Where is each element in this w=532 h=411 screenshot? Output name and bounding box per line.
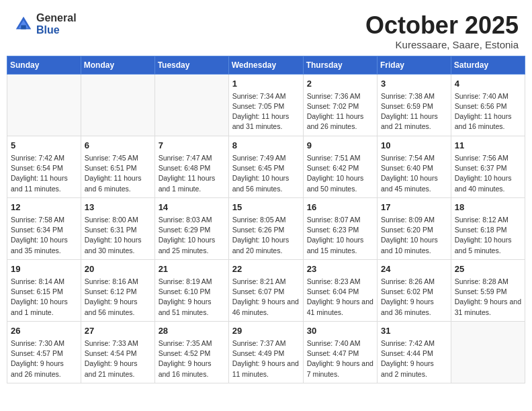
day-number: 15 [232, 201, 300, 214]
day-info: Sunrise: 8:21 AM Sunset: 6:07 PM Dayligh… [232, 277, 300, 318]
weekday-header: Thursday [303, 56, 377, 74]
day-info: Sunrise: 7:33 AM Sunset: 4:54 PM Dayligh… [85, 338, 151, 379]
day-info: Sunrise: 8:12 AM Sunset: 6:18 PM Dayligh… [455, 215, 521, 256]
calendar-day-cell: 4Sunrise: 7:40 AM Sunset: 6:56 PM Daylig… [451, 74, 525, 136]
calendar-day-cell: 22Sunrise: 8:21 AM Sunset: 6:07 PM Dayli… [228, 259, 303, 321]
logo-general-text: General [36, 12, 77, 24]
day-number: 30 [307, 325, 373, 337]
calendar-day-cell: 26Sunrise: 7:30 AM Sunset: 4:57 PM Dayli… [7, 321, 81, 383]
day-number: 21 [159, 263, 225, 275]
day-info: Sunrise: 7:34 AM Sunset: 7:05 PM Dayligh… [232, 91, 300, 132]
day-number: 24 [381, 263, 447, 275]
day-number: 19 [11, 263, 77, 275]
calendar-day-cell: 19Sunrise: 8:14 AM Sunset: 6:15 PM Dayli… [7, 259, 81, 321]
day-info: Sunrise: 7:47 AM Sunset: 6:48 PM Dayligh… [159, 153, 225, 194]
calendar-day-cell: 20Sunrise: 8:16 AM Sunset: 6:12 PM Dayli… [81, 259, 154, 321]
day-info: Sunrise: 8:28 AM Sunset: 5:59 PM Dayligh… [455, 277, 521, 318]
calendar-day-cell: 8Sunrise: 7:49 AM Sunset: 6:45 PM Daylig… [228, 136, 303, 197]
calendar-week-row: 1Sunrise: 7:34 AM Sunset: 7:05 PM Daylig… [7, 74, 525, 136]
calendar-day-cell [451, 321, 525, 383]
calendar-day-cell: 15Sunrise: 8:05 AM Sunset: 6:26 PM Dayli… [228, 197, 303, 259]
calendar-day-cell: 9Sunrise: 7:51 AM Sunset: 6:42 PM Daylig… [303, 136, 377, 197]
day-info: Sunrise: 8:23 AM Sunset: 6:04 PM Dayligh… [307, 277, 373, 318]
calendar-day-cell: 14Sunrise: 8:03 AM Sunset: 6:29 PM Dayli… [154, 197, 228, 259]
calendar-day-cell: 21Sunrise: 8:19 AM Sunset: 6:10 PM Dayli… [154, 259, 228, 321]
weekday-header: Wednesday [228, 56, 303, 74]
day-info: Sunrise: 7:58 AM Sunset: 6:34 PM Dayligh… [11, 215, 77, 256]
weekday-header: Sunday [7, 56, 81, 74]
day-number: 26 [11, 325, 77, 337]
day-number: 8 [232, 140, 300, 152]
weekday-header: Friday [378, 56, 451, 74]
day-number: 10 [381, 140, 447, 152]
day-number: 12 [11, 201, 77, 214]
day-info: Sunrise: 7:38 AM Sunset: 6:59 PM Dayligh… [381, 91, 447, 132]
calendar-day-cell: 24Sunrise: 8:26 AM Sunset: 6:02 PM Dayli… [378, 259, 451, 321]
calendar-day-cell: 27Sunrise: 7:33 AM Sunset: 4:54 PM Dayli… [81, 321, 154, 383]
day-info: Sunrise: 8:14 AM Sunset: 6:15 PM Dayligh… [11, 277, 77, 318]
calendar-day-cell: 6Sunrise: 7:45 AM Sunset: 6:51 PM Daylig… [81, 136, 154, 197]
calendar-week-row: 19Sunrise: 8:14 AM Sunset: 6:15 PM Dayli… [7, 259, 525, 321]
day-info: Sunrise: 7:51 AM Sunset: 6:42 PM Dayligh… [307, 153, 373, 194]
day-info: Sunrise: 7:35 AM Sunset: 4:52 PM Dayligh… [159, 338, 225, 379]
title-block: October 2025 Kuressaare, Saare, Estonia [365, 12, 519, 50]
calendar-header-row: SundayMondayTuesdayWednesdayThursdayFrid… [7, 56, 525, 74]
calendar-day-cell: 25Sunrise: 8:28 AM Sunset: 5:59 PM Dayli… [451, 259, 525, 321]
calendar-day-cell: 31Sunrise: 7:42 AM Sunset: 4:44 PM Dayli… [378, 321, 451, 383]
day-number: 9 [307, 140, 373, 152]
day-info: Sunrise: 8:16 AM Sunset: 6:12 PM Dayligh… [85, 277, 151, 318]
calendar-week-row: 26Sunrise: 7:30 AM Sunset: 4:57 PM Dayli… [7, 321, 525, 383]
day-info: Sunrise: 7:37 AM Sunset: 4:49 PM Dayligh… [232, 338, 300, 379]
location: Kuressaare, Saare, Estonia [365, 39, 519, 50]
calendar-day-cell: 28Sunrise: 7:35 AM Sunset: 4:52 PM Dayli… [154, 321, 228, 383]
calendar-day-cell: 7Sunrise: 7:47 AM Sunset: 6:48 PM Daylig… [154, 136, 228, 197]
day-info: Sunrise: 7:42 AM Sunset: 4:44 PM Dayligh… [381, 338, 447, 379]
weekday-header: Saturday [451, 56, 525, 74]
day-number: 6 [85, 140, 151, 152]
day-info: Sunrise: 7:40 AM Sunset: 4:47 PM Dayligh… [307, 338, 373, 379]
calendar-day-cell: 30Sunrise: 7:40 AM Sunset: 4:47 PM Dayli… [303, 321, 377, 383]
day-info: Sunrise: 8:05 AM Sunset: 6:26 PM Dayligh… [232, 215, 300, 256]
day-info: Sunrise: 7:49 AM Sunset: 6:45 PM Dayligh… [232, 153, 300, 194]
calendar-day-cell: 16Sunrise: 8:07 AM Sunset: 6:23 PM Dayli… [303, 197, 377, 259]
day-number: 16 [307, 201, 373, 214]
day-number: 29 [232, 325, 300, 337]
svg-rect-2 [21, 25, 26, 29]
day-info: Sunrise: 7:36 AM Sunset: 7:02 PM Dayligh… [307, 91, 373, 132]
day-number: 31 [381, 325, 447, 337]
page-header: General Blue October 2025 Kuressaare, Sa… [7, 7, 525, 50]
day-info: Sunrise: 7:40 AM Sunset: 6:56 PM Dayligh… [455, 91, 521, 132]
day-info: Sunrise: 7:56 AM Sunset: 6:37 PM Dayligh… [455, 153, 521, 194]
month-title: October 2025 [365, 12, 519, 39]
day-number: 2 [307, 78, 373, 90]
day-info: Sunrise: 8:09 AM Sunset: 6:20 PM Dayligh… [381, 215, 447, 256]
logo-text: General Blue [36, 12, 77, 36]
day-number: 5 [11, 140, 77, 152]
calendar-day-cell: 12Sunrise: 7:58 AM Sunset: 6:34 PM Dayli… [7, 197, 81, 259]
calendar-day-cell: 5Sunrise: 7:42 AM Sunset: 6:54 PM Daylig… [7, 136, 81, 197]
calendar-day-cell: 11Sunrise: 7:56 AM Sunset: 6:37 PM Dayli… [451, 136, 525, 197]
day-number: 14 [159, 201, 225, 214]
calendar-day-cell: 1Sunrise: 7:34 AM Sunset: 7:05 PM Daylig… [228, 74, 303, 136]
day-number: 25 [455, 263, 521, 275]
day-info: Sunrise: 7:30 AM Sunset: 4:57 PM Dayligh… [11, 338, 77, 379]
weekday-header: Monday [81, 56, 154, 74]
calendar-day-cell: 3Sunrise: 7:38 AM Sunset: 6:59 PM Daylig… [378, 74, 451, 136]
day-number: 28 [159, 325, 225, 337]
day-number: 20 [85, 263, 151, 275]
day-info: Sunrise: 8:07 AM Sunset: 6:23 PM Dayligh… [307, 215, 373, 256]
day-number: 4 [455, 78, 521, 90]
day-number: 27 [85, 325, 151, 337]
day-info: Sunrise: 7:54 AM Sunset: 6:40 PM Dayligh… [381, 153, 447, 194]
calendar-day-cell: 13Sunrise: 8:00 AM Sunset: 6:31 PM Dayli… [81, 197, 154, 259]
day-number: 18 [455, 201, 521, 214]
calendar-day-cell [81, 74, 154, 136]
day-number: 3 [381, 78, 447, 90]
day-info: Sunrise: 8:19 AM Sunset: 6:10 PM Dayligh… [159, 277, 225, 318]
weekday-header: Tuesday [154, 56, 228, 74]
logo: General Blue [13, 12, 77, 36]
calendar-day-cell: 23Sunrise: 8:23 AM Sunset: 6:04 PM Dayli… [303, 259, 377, 321]
day-number: 1 [232, 78, 300, 90]
day-info: Sunrise: 7:42 AM Sunset: 6:54 PM Dayligh… [11, 153, 77, 194]
calendar-day-cell [7, 74, 81, 136]
